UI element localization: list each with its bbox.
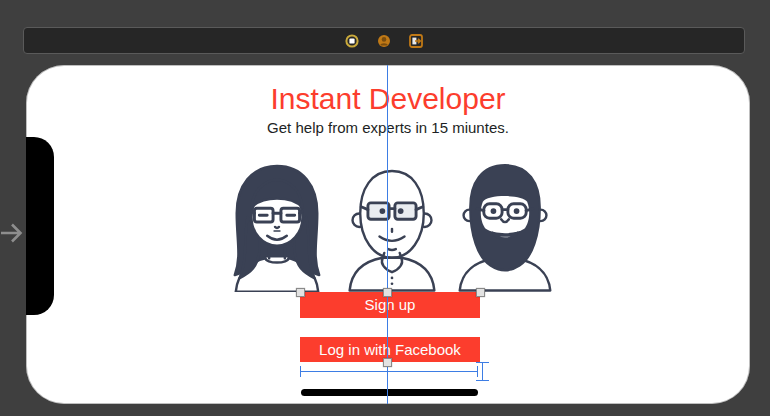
- subtitle-label[interactable]: Get help from experts in 15 miuntes.: [26, 119, 750, 136]
- first-responder-icon[interactable]: [377, 34, 391, 48]
- device-notch: [26, 137, 54, 315]
- exit-icon[interactable]: [409, 34, 423, 48]
- selection-handle-bottom-center[interactable]: [383, 358, 392, 367]
- measurement-tick-right: [477, 366, 478, 377]
- avatar-bald-man-glasses[interactable]: [340, 158, 444, 292]
- title-label[interactable]: Instant Developer: [26, 82, 750, 116]
- avatars-image-row: [222, 158, 558, 292]
- storyboard-entry-arrow-icon[interactable]: [1, 219, 26, 247]
- selection-handle-top-right[interactable]: [476, 288, 485, 297]
- view-controller-icon[interactable]: [345, 34, 359, 48]
- selection-handle-top-left[interactable]: [296, 288, 305, 297]
- avatar-woman-glasses[interactable]: [222, 158, 332, 292]
- storyboard-canvas: Instant Developer Get help from experts …: [0, 0, 770, 416]
- width-measurement-line: [300, 371, 478, 372]
- spacing-ibeam-cap-top: [476, 362, 489, 363]
- avatar-bearded-man-glasses[interactable]: [452, 158, 558, 292]
- home-indicator: [301, 389, 478, 396]
- measurement-tick-left: [300, 366, 301, 377]
- spacing-ibeam: [482, 362, 483, 381]
- selection-handle-top-center[interactable]: [383, 288, 392, 297]
- scene-dock-bar: [23, 27, 745, 54]
- spacing-ibeam-cap-bottom: [476, 380, 489, 381]
- center-alignment-guide: [387, 65, 388, 404]
